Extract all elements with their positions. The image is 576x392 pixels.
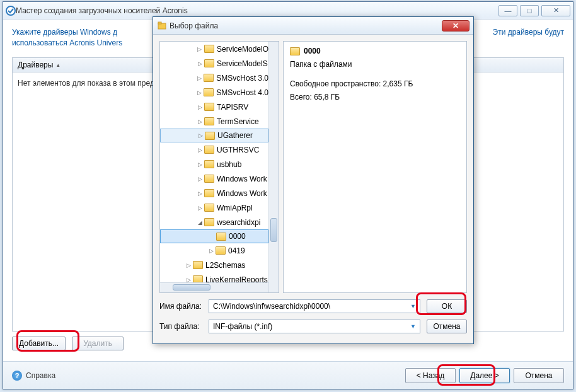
main-title: Мастер создания загрузочных носителей Ac… <box>16 6 498 15</box>
tree-item-label: usbhub <box>217 160 241 169</box>
expand-icon[interactable]: ▷ <box>208 248 214 254</box>
tree-item[interactable]: ▷ServiceModelS <box>160 56 268 71</box>
expand-icon[interactable]: ▷ <box>197 132 204 139</box>
info-folder-name: 0000 <box>304 47 321 55</box>
dialog-icon <box>157 21 167 31</box>
folder-icon <box>204 146 214 154</box>
tree-item[interactable]: ▷Windows Work <box>160 171 268 186</box>
tree-item[interactable]: ▷TermService <box>160 114 268 129</box>
expand-icon[interactable]: ▷ <box>185 277 192 283</box>
tree-item[interactable]: ▷0419 <box>160 243 268 258</box>
maximize-button[interactable]: □ <box>520 5 539 16</box>
tree-item[interactable]: ▷L2Schemas <box>160 258 268 272</box>
dialog-cancel-button[interactable]: Отмена <box>427 320 467 333</box>
expand-icon[interactable]: ◢ <box>197 219 203 226</box>
main-footer: ? Справка < Назад Далее > Отмена <box>3 361 573 389</box>
tree-vscrollbar[interactable] <box>268 42 279 292</box>
expand-icon[interactable]: ▷ <box>197 104 203 110</box>
expand-icon[interactable]: ▷ <box>197 147 203 153</box>
tree-item[interactable]: ▷LiveKernelReports <box>160 272 268 282</box>
dropdown-icon[interactable]: ▼ <box>410 323 416 330</box>
filename-label: Имя файла: <box>159 302 202 311</box>
folder-icon <box>216 233 226 241</box>
folder-icon <box>205 132 215 140</box>
tree-item[interactable]: ▷SMSvcHost 3.0 <box>160 71 268 85</box>
filetype-select[interactable]: INF-файлы (*.inf) ▼ <box>209 320 420 333</box>
filetype-value: INF-файлы (*.inf) <box>213 322 272 331</box>
folder-icon <box>204 204 214 212</box>
tree-item[interactable]: ▷UGTHRSVC <box>160 142 268 157</box>
tree-item-label: 0419 <box>228 246 245 255</box>
tree-item[interactable]: ◢wsearchidxpi <box>160 215 268 229</box>
tree-item[interactable]: ▷SMSvcHost 4.0 <box>160 85 268 100</box>
add-button[interactable]: Добавить... <box>12 337 66 350</box>
filename-field[interactable] <box>213 302 408 311</box>
expand-icon[interactable]: ▷ <box>197 46 203 52</box>
cancel-button[interactable]: Отмена <box>514 368 564 383</box>
expand-icon[interactable]: ▷ <box>197 61 203 67</box>
folder-icon <box>204 45 214 53</box>
folder-icon <box>204 218 214 226</box>
expand-icon[interactable]: ▷ <box>185 262 192 268</box>
help-link[interactable]: ? Справка <box>12 371 55 381</box>
drivers-header-label: Драйверы <box>18 61 53 69</box>
filetype-label: Тип файла: <box>159 322 202 331</box>
dialog-title: Выбор файла <box>170 21 442 30</box>
tree-item-label: Windows Work <box>217 175 267 183</box>
tree-item-label: SMSvcHost 3.0 <box>216 74 268 83</box>
dropdown-icon[interactable]: ▼ <box>410 303 416 309</box>
svg-point-0 <box>6 6 15 15</box>
folder-tree[interactable]: ▷ServiceModelO▷ServiceModelS▷SMSvcHost 3… <box>159 41 279 293</box>
folder-icon <box>204 175 214 183</box>
expand-icon[interactable]: ▷ <box>197 118 203 125</box>
folder-icon <box>204 88 214 96</box>
close-button[interactable]: ✕ <box>541 5 570 16</box>
tree-item[interactable]: ▷Windows Work <box>160 186 268 200</box>
file-dialog: Выбор файла ▷ServiceModelO▷ServiceModelS… <box>153 16 474 344</box>
help-label: Справка <box>26 371 55 380</box>
back-button[interactable]: < Назад <box>405 368 456 383</box>
expand-icon[interactable]: ▷ <box>197 205 203 211</box>
ok-button[interactable]: ОК <box>427 299 467 313</box>
help-icon: ? <box>12 371 22 381</box>
info-total: Всего: 65,8 ГБ <box>290 92 460 103</box>
folder-icon <box>290 47 300 55</box>
dialog-titlebar[interactable]: Выбор файла <box>153 17 473 35</box>
tree-item-label: Windows Work <box>217 189 267 198</box>
expand-icon[interactable]: ▷ <box>197 89 202 96</box>
expand-icon[interactable]: ▷ <box>197 190 203 197</box>
tree-item[interactable]: ▷TAPISRV <box>160 100 268 114</box>
tree-item-label: ServiceModelO <box>217 45 268 54</box>
folder-icon <box>204 189 214 197</box>
tree-item-label: SMSvcHost 4.0 <box>216 88 268 97</box>
tree-item-label: TAPISRV <box>217 103 248 112</box>
minimize-button[interactable]: — <box>498 5 517 16</box>
tree-item-label: ServiceModelS <box>217 59 268 68</box>
expand-icon[interactable]: ▷ <box>197 176 203 182</box>
folder-icon <box>204 59 214 67</box>
folder-icon <box>216 246 226 255</box>
expand-icon[interactable]: ▷ <box>197 161 203 168</box>
dialog-close-button[interactable] <box>442 20 469 32</box>
sort-arrow-icon: ▴ <box>57 62 60 68</box>
svg-rect-2 <box>158 22 161 24</box>
next-button[interactable]: Далее > <box>459 368 510 383</box>
empty-message: Нет элементов для показа в этом пред <box>18 79 154 88</box>
tree-item-label: WmiApRpl <box>217 204 253 212</box>
tree-item[interactable]: ▷ServiceModelO <box>160 42 268 56</box>
tree-item-label: UGTHRSVC <box>217 146 259 154</box>
instruction-suffix: Эти драйверы будут <box>493 27 564 38</box>
tree-item[interactable]: ▷UGatherer <box>160 129 268 142</box>
tree-item-label: L2Schemas <box>205 261 245 270</box>
tree-item[interactable]: ▷usbhub <box>160 157 268 171</box>
folder-icon <box>204 117 214 125</box>
tree-hscrollbar[interactable] <box>160 282 268 292</box>
tree-item[interactable]: 0000 <box>160 229 268 243</box>
expand-icon[interactable]: ▷ <box>197 75 202 81</box>
tree-item-label: LiveKernelReports <box>205 275 268 283</box>
info-desc: Папка с файлами <box>290 59 460 70</box>
folder-icon <box>204 74 214 82</box>
instruction-line2: использоваться Acronis Univers <box>12 38 122 47</box>
filename-input[interactable]: ▼ <box>209 299 420 313</box>
tree-item[interactable]: ▷WmiApRpl <box>160 200 268 215</box>
